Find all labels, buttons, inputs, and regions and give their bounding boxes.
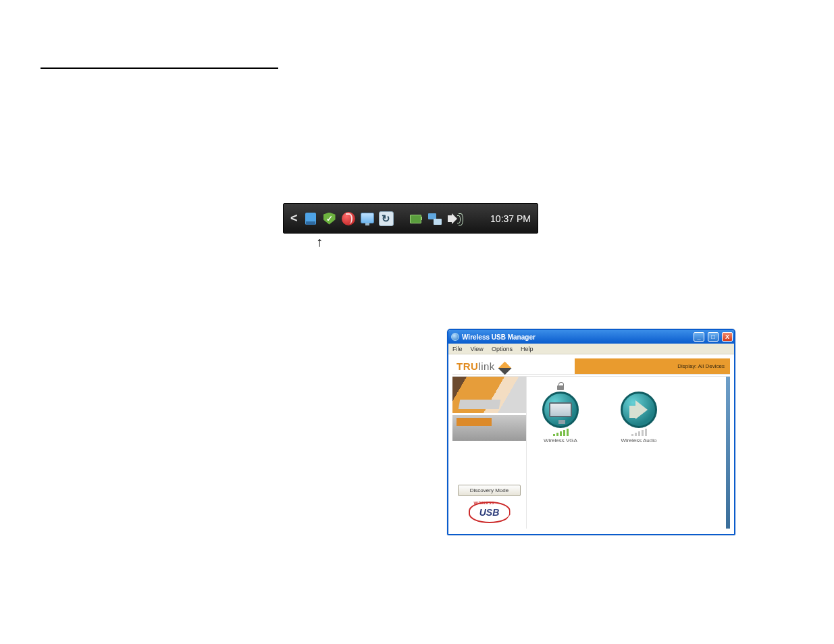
device-label: Wireless Audio <box>609 437 669 444</box>
window-client-area: TRUlink Display: All Devices Discovery M… <box>448 354 734 534</box>
logo-text-tru: TRU <box>457 360 478 372</box>
security-shield-icon[interactable] <box>322 211 337 226</box>
sidebar: Discovery Mode WIRELESS USB <box>452 377 527 529</box>
lock-icon <box>557 382 564 390</box>
device-label: Wireless VGA <box>531 437 590 444</box>
logo-mark-icon <box>498 362 511 375</box>
signal-bars-icon <box>609 429 669 436</box>
pointer-arrow-icon: ↑ <box>316 235 323 248</box>
horizontal-rule <box>41 68 278 69</box>
network-icon[interactable] <box>427 211 442 226</box>
titlebar[interactable]: Wireless USB Manager _ □ X <box>448 330 734 344</box>
signal-bars-icon <box>531 429 590 436</box>
brand-accent-bar: Display: All Devices <box>575 358 730 374</box>
device-pane: Wireless VGA Wireless Audio <box>527 377 730 529</box>
scroll-rail[interactable] <box>726 377 730 529</box>
display-tray-icon[interactable] <box>360 211 375 226</box>
minimize-button[interactable]: _ <box>694 332 704 342</box>
vga-device-icon <box>542 392 579 428</box>
volume-icon[interactable] <box>446 211 461 226</box>
display-filter-label[interactable]: Display: All Devices <box>677 363 725 369</box>
menubar: File View Options Help <box>448 344 734 354</box>
wireless-usb-logo: WIRELESS USB <box>469 502 511 523</box>
device-wireless-vga[interactable]: Wireless VGA <box>531 382 590 444</box>
sidebar-promo-image-2 <box>452 415 526 441</box>
usb-logo-wireless-text: WIRELESS <box>474 501 494 505</box>
content-area: Discovery Mode WIRELESS USB Wireless VGA <box>452 376 730 529</box>
antivirus-icon[interactable] <box>341 211 356 226</box>
menu-options[interactable]: Options <box>492 346 513 352</box>
system-tray: < 10:37 PM <box>283 203 538 234</box>
device-wireless-audio[interactable]: Wireless Audio <box>609 382 669 444</box>
audio-device-icon <box>621 392 657 428</box>
maximize-button[interactable]: □ <box>708 332 719 342</box>
sidebar-promo-image-1 <box>452 377 526 413</box>
trulink-logo: TRUlink <box>452 360 511 372</box>
menu-view[interactable]: View <box>471 346 484 352</box>
menu-file[interactable]: File <box>452 346 463 352</box>
logo-text-link: link <box>478 360 495 372</box>
battery-icon[interactable] <box>409 211 423 226</box>
close-button[interactable]: X <box>722 332 733 342</box>
wireless-usb-manager-window: Wireless USB Manager _ □ X File View Opt… <box>447 329 735 535</box>
brand-bar: TRUlink Display: All Devices <box>452 358 730 375</box>
window-title: Wireless USB Manager <box>462 333 536 341</box>
wireless-usb-tray-icon[interactable] <box>303 211 318 226</box>
menu-help[interactable]: Help <box>521 346 533 352</box>
tray-expand-icon[interactable]: < <box>289 211 299 225</box>
tray-clock[interactable]: 10:37 PM <box>490 213 531 224</box>
app-icon <box>451 333 459 341</box>
discovery-mode-button[interactable]: Discovery Mode <box>458 485 521 496</box>
sync-icon[interactable] <box>379 211 394 226</box>
